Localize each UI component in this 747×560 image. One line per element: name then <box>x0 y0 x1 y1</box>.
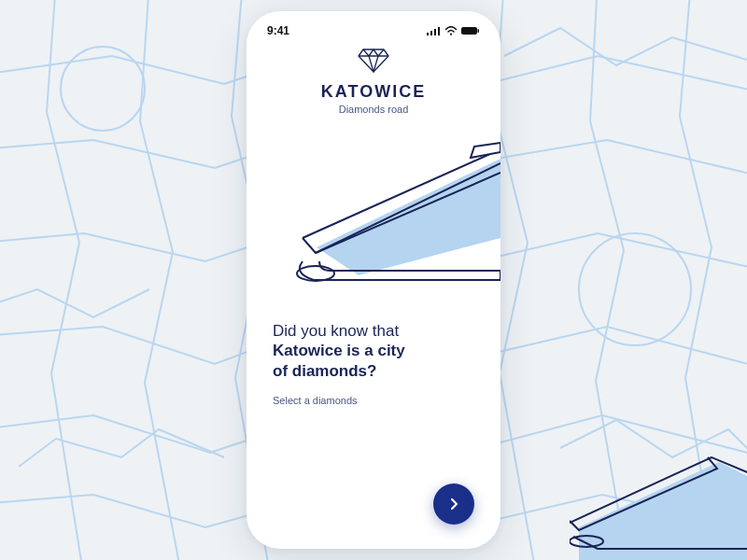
status-indicators <box>427 26 480 35</box>
status-time: 9:41 <box>267 24 289 37</box>
diamond-icon <box>358 49 389 73</box>
svg-rect-6 <box>434 29 436 35</box>
headline-line-2: of diamonds? <box>273 361 474 382</box>
content-text: Did you know that Katowice is a city of … <box>247 303 500 406</box>
phone-frame: 9:41 KATOWICE Diamonds road <box>247 11 500 549</box>
headline-line-1: Katowice is a city <box>273 341 474 361</box>
wifi-icon <box>444 26 458 35</box>
svg-rect-7 <box>438 27 440 35</box>
svg-rect-10 <box>478 29 480 33</box>
status-bar: 9:41 <box>247 11 500 43</box>
svg-rect-9 <box>461 27 477 35</box>
intro-line: Did you know that <box>273 322 474 341</box>
next-button[interactable] <box>433 483 474 525</box>
hero-illustration <box>247 135 500 303</box>
cta-label: Select a diamonds <box>273 395 474 406</box>
signal-icon <box>427 26 441 35</box>
battery-icon <box>461 26 480 35</box>
brand-subtitle: Diamonds road <box>265 104 482 115</box>
app-header: KATOWICE Diamonds road <box>247 43 500 115</box>
brand-title: KATOWICE <box>265 82 482 102</box>
svg-point-8 <box>450 34 452 35</box>
chevron-right-icon <box>446 497 461 511</box>
hero-illustration-corner <box>570 448 747 560</box>
svg-rect-5 <box>430 31 432 35</box>
svg-rect-4 <box>427 33 429 35</box>
